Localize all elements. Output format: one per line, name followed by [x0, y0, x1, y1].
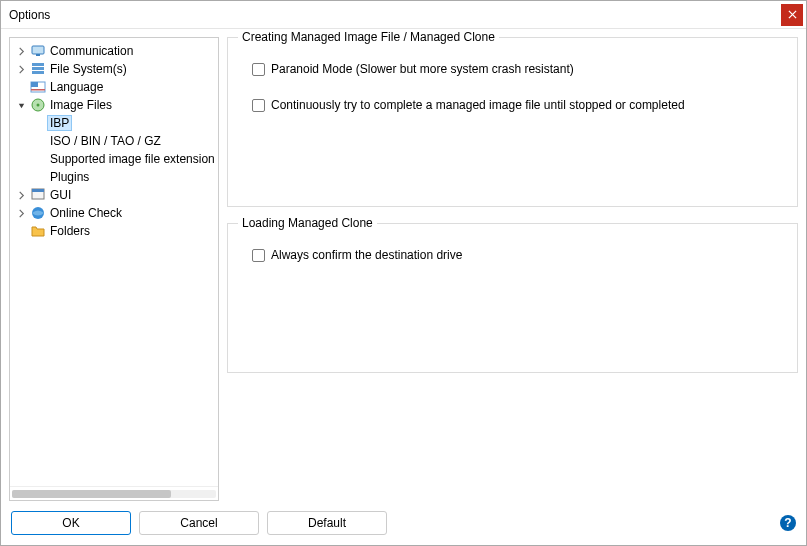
tree-item-label: Image Files [50, 98, 112, 112]
close-icon [788, 10, 797, 19]
svg-rect-0 [32, 46, 44, 54]
expander-placeholder [32, 134, 46, 148]
gui-icon [30, 187, 46, 203]
default-button[interactable]: Default [267, 511, 387, 535]
dialog-footer: OK Cancel Default ? [1, 501, 806, 545]
group-title-creating: Creating Managed Image File / Managed Cl… [238, 30, 499, 44]
checkbox-option[interactable]: Paranoid Mode (Slower but more system cr… [252, 62, 781, 76]
tree-item-label: IBP [47, 115, 72, 131]
lang-icon [30, 79, 46, 95]
tree-horizontal-scrollbar[interactable] [10, 486, 218, 500]
chevron-right-icon[interactable] [14, 44, 28, 58]
tree-item-supported-image-file-extension[interactable]: Supported image file extension [10, 150, 218, 168]
tree-item-label: ISO / BIN / TAO / GZ [50, 134, 161, 148]
chevron-right-icon[interactable] [14, 62, 28, 76]
tree-item-online-check[interactable]: Online Check [10, 204, 218, 222]
expander-placeholder [32, 170, 46, 184]
tree-item-label: GUI [50, 188, 71, 202]
checkbox-option[interactable]: Continuously try to complete a managed i… [252, 98, 781, 112]
svg-rect-7 [31, 89, 45, 91]
options-window: Options CommunicationFile System(s)Langu… [0, 0, 807, 546]
options-tree[interactable]: CommunicationFile System(s)LanguageImage… [10, 42, 218, 486]
content-panel: Creating Managed Image File / Managed Cl… [227, 37, 798, 501]
checkbox-option[interactable]: Always confirm the destination drive [252, 248, 781, 262]
img-icon [30, 97, 46, 113]
tree-item-plugins[interactable]: Plugins [10, 168, 218, 186]
expander-placeholder [32, 152, 46, 166]
folder-icon [30, 223, 46, 239]
tree-item-label: File System(s) [50, 62, 127, 76]
group-creating-managed: Creating Managed Image File / Managed Cl… [227, 37, 798, 207]
tree-item-label: Folders [50, 224, 90, 238]
chevron-right-icon[interactable] [14, 206, 28, 220]
tree-item-label: Plugins [50, 170, 89, 184]
tree-item-label: Language [50, 80, 103, 94]
cancel-button[interactable]: Cancel [139, 511, 259, 535]
checkbox-icon[interactable] [252, 99, 265, 112]
expander-placeholder [14, 80, 28, 94]
tree-item-label: Supported image file extension [50, 152, 215, 166]
checkbox-label: Always confirm the destination drive [271, 248, 462, 262]
svg-rect-2 [32, 63, 44, 66]
tree-item-label: Online Check [50, 206, 122, 220]
checkbox-label: Paranoid Mode (Slower but more system cr… [271, 62, 574, 76]
svg-rect-4 [32, 71, 44, 74]
close-button[interactable] [781, 4, 803, 26]
help-icon: ? [784, 516, 791, 530]
svg-rect-1 [36, 54, 40, 56]
tree-item-ibp[interactable]: IBP [10, 114, 218, 132]
svg-rect-3 [32, 67, 44, 70]
ok-button[interactable]: OK [11, 511, 131, 535]
expander-placeholder [14, 224, 28, 238]
tree-panel: CommunicationFile System(s)LanguageImage… [9, 37, 219, 501]
svg-point-9 [37, 104, 40, 107]
tree-item-communication[interactable]: Communication [10, 42, 218, 60]
dialog-body: CommunicationFile System(s)LanguageImage… [1, 29, 806, 501]
scrollbar-thumb[interactable] [12, 490, 171, 498]
svg-rect-6 [31, 82, 38, 87]
cancel-button-label: Cancel [180, 516, 217, 530]
group-loading-clone: Loading Managed Clone Always confirm the… [227, 223, 798, 373]
fs-icon [30, 61, 46, 77]
tree-item-label: Communication [50, 44, 133, 58]
default-button-label: Default [308, 516, 346, 530]
checkbox-icon[interactable] [252, 249, 265, 262]
expander-placeholder [32, 116, 46, 130]
tree-item-image-files[interactable]: Image Files [10, 96, 218, 114]
tree-item-file-system-s[interactable]: File System(s) [10, 60, 218, 78]
chevron-down-icon[interactable] [14, 98, 28, 112]
scrollbar-track [12, 490, 216, 498]
tree-item-gui[interactable]: GUI [10, 186, 218, 204]
window-title: Options [9, 8, 781, 22]
checkbox-label: Continuously try to complete a managed i… [271, 98, 685, 112]
online-icon [30, 205, 46, 221]
tree-item-language[interactable]: Language [10, 78, 218, 96]
svg-rect-11 [32, 189, 44, 192]
titlebar: Options [1, 1, 806, 29]
chevron-right-icon[interactable] [14, 188, 28, 202]
tree-item-iso-bin-tao-gz[interactable]: ISO / BIN / TAO / GZ [10, 132, 218, 150]
comm-icon [30, 43, 46, 59]
ok-button-label: OK [62, 516, 79, 530]
help-button[interactable]: ? [780, 515, 796, 531]
group-title-loading: Loading Managed Clone [238, 216, 377, 230]
checkbox-icon[interactable] [252, 63, 265, 76]
tree-item-folders[interactable]: Folders [10, 222, 218, 240]
